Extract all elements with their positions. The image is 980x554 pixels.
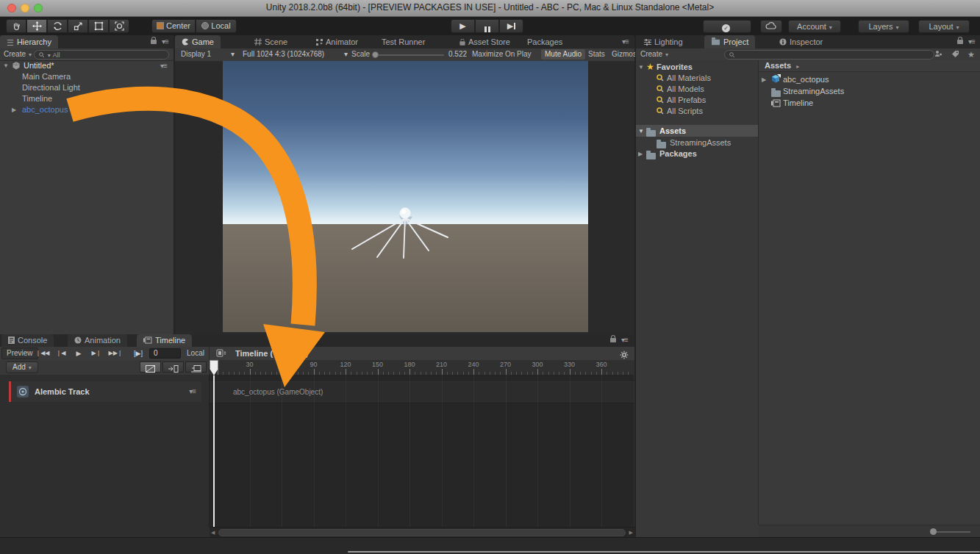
frame-field[interactable]: 0 bbox=[149, 348, 181, 359]
favorites-disclosure-icon[interactable]: ▼ bbox=[638, 62, 644, 73]
hierarchy-item-main-camera[interactable]: Main Camera bbox=[0, 71, 174, 82]
ripple-mode-button[interactable] bbox=[162, 361, 184, 373]
pivot-local-button[interactable]: Local bbox=[196, 19, 237, 33]
tab-inspector[interactable]: Inspector bbox=[773, 35, 829, 48]
scene-menu-icon[interactable]: ▾≡ bbox=[160, 60, 167, 71]
timeline-menu-icon[interactable]: ▾≡ bbox=[621, 336, 628, 344]
collab-dropdown[interactable]: ✓Collab▾ bbox=[703, 20, 751, 33]
tree-streaming-assets-row[interactable]: StreamingAssets bbox=[636, 137, 758, 148]
scale-slider-track[interactable] bbox=[375, 54, 444, 56]
timeline-scrollbar[interactable]: ◀ ▶ bbox=[210, 527, 634, 537]
search-by-type-icon[interactable] bbox=[934, 50, 943, 59]
timeline-play-button[interactable]: ▶ bbox=[71, 347, 87, 360]
preview-toggle-button[interactable]: Preview bbox=[1, 348, 38, 359]
timeline-asset-title[interactable]: Timeline (Timeline) bbox=[235, 347, 308, 360]
tab-animator[interactable]: Animator bbox=[310, 35, 365, 48]
scroll-right-icon[interactable]: ▶ bbox=[629, 530, 633, 536]
account-dropdown[interactable]: Account▾ bbox=[788, 20, 841, 33]
tab-animation[interactable]: Animation bbox=[68, 334, 127, 347]
cloud-button[interactable] bbox=[760, 20, 782, 33]
goto-start-button[interactable]: ❘◀◀ bbox=[34, 347, 51, 360]
tab-project[interactable]: Project bbox=[704, 35, 755, 48]
hand-tool-button[interactable] bbox=[6, 19, 26, 33]
project-lock-icon[interactable] bbox=[957, 37, 963, 46]
alembic-track-lane[interactable]: abc_octopus (GameObject) bbox=[210, 381, 634, 403]
aspect-dropdown[interactable]: Full 1024 4:3 (1024x768) bbox=[243, 50, 324, 59]
tab-asset-store[interactable]: Asset Store bbox=[453, 35, 517, 48]
project-menu-icon[interactable]: ▾≡ bbox=[968, 37, 975, 46]
tab-hierarchy[interactable]: ☰Hierarchy bbox=[0, 35, 58, 48]
mix-mode-button[interactable] bbox=[140, 361, 161, 373]
hierarchy-item-abc-octopus[interactable]: ▶ abc_octopus bbox=[0, 104, 174, 115]
search-by-label-icon[interactable] bbox=[951, 50, 959, 59]
tab-game[interactable]: Game bbox=[175, 35, 221, 48]
transform-tool-button[interactable] bbox=[109, 19, 129, 33]
tree-assets-row-selected[interactable]: ▼ Assets bbox=[636, 125, 758, 137]
pause-button[interactable] bbox=[475, 19, 499, 33]
thumbnail-slider-track[interactable] bbox=[932, 531, 970, 533]
file-abc-octopus[interactable]: ▶ abc_octopus bbox=[759, 73, 980, 85]
display-dropdown[interactable]: Display 1 bbox=[181, 50, 211, 59]
add-track-button[interactable]: Add▾ bbox=[6, 361, 38, 373]
tab-lighting[interactable]: Lighting bbox=[637, 35, 690, 48]
hierarchy-item-directional-light[interactable]: Directional Light bbox=[0, 82, 174, 93]
tab-console[interactable]: Console bbox=[1, 334, 54, 347]
goto-end-button[interactable]: ▶▶❘ bbox=[106, 347, 125, 360]
ref-mode-dropdown[interactable]: Local bbox=[182, 347, 209, 360]
file-timeline[interactable]: Timeline bbox=[759, 97, 980, 109]
replace-mode-button[interactable] bbox=[185, 361, 207, 373]
layers-dropdown[interactable]: Layers▾ bbox=[858, 20, 909, 33]
abc-octopus-disclosure-icon[interactable]: ▶ bbox=[12, 104, 16, 115]
assets-disclosure-icon[interactable]: ▼ bbox=[638, 126, 644, 137]
scale-slider-knob[interactable] bbox=[372, 51, 379, 58]
rect-tool-button[interactable] bbox=[88, 19, 109, 33]
favorite-all-prefabs[interactable]: All Prefabs bbox=[636, 95, 758, 106]
file-disclosure-icon[interactable]: ▶ bbox=[762, 74, 766, 86]
project-search-input[interactable] bbox=[724, 50, 934, 60]
next-frame-button[interactable]: ▶❘ bbox=[88, 347, 104, 360]
scene-row[interactable]: ▼ Untitled* ▾≡ bbox=[0, 60, 174, 71]
timeline-ruler[interactable]: 306090120150180210240270300330360 bbox=[210, 360, 634, 375]
prev-frame-button[interactable]: ❘◀ bbox=[53, 347, 69, 360]
tab-timeline[interactable]: Timeline bbox=[137, 334, 192, 347]
scroll-left-icon[interactable]: ◀ bbox=[211, 530, 215, 536]
play-range-button[interactable]: [▶] bbox=[129, 347, 147, 360]
timeline-lane-area[interactable]: abc_octopus (GameObject) bbox=[210, 375, 634, 527]
project-create-button[interactable]: Create▾ bbox=[640, 50, 668, 59]
mute-audio-button[interactable]: Mute Audio bbox=[541, 49, 585, 60]
thumbnail-slider-knob[interactable] bbox=[930, 528, 937, 535]
track-menu-icon[interactable]: ▾≡ bbox=[189, 387, 196, 395]
timeline-selector-icon[interactable] bbox=[213, 347, 229, 360]
breadcrumb[interactable]: Assets ▸ bbox=[759, 60, 980, 72]
timeline-lock-icon[interactable] bbox=[610, 336, 616, 344]
hierarchy-create-button[interactable]: Create▾ bbox=[4, 50, 32, 59]
step-button[interactable]: ▶ bbox=[499, 19, 523, 33]
maximize-on-play-button[interactable]: Maximize On Play bbox=[472, 50, 532, 59]
packages-disclosure-icon[interactable]: ▶ bbox=[638, 148, 643, 159]
scene-disclosure-icon[interactable]: ▼ bbox=[3, 60, 9, 71]
tree-packages-row[interactable]: ▶ Packages bbox=[636, 148, 758, 159]
tab-packages[interactable]: Packages bbox=[521, 35, 569, 48]
hierarchy-item-timeline[interactable]: Timeline bbox=[0, 93, 174, 104]
play-button[interactable]: ▶ bbox=[451, 19, 475, 33]
move-tool-button[interactable] bbox=[26, 19, 47, 33]
hierarchy-lock-icon[interactable] bbox=[151, 37, 157, 46]
favorite-all-materials[interactable]: All Materials bbox=[636, 73, 758, 84]
layout-dropdown[interactable]: Layout▾ bbox=[918, 20, 970, 33]
hierarchy-search-input[interactable]: ▾ All bbox=[34, 50, 169, 60]
favorites-row[interactable]: ▼ ★ Favorites bbox=[636, 62, 758, 73]
stats-button[interactable]: Stats bbox=[588, 50, 605, 59]
tab-scene[interactable]: Scene bbox=[248, 35, 294, 48]
alembic-track-header[interactable]: Alembic Track ▾≡ bbox=[9, 381, 201, 402]
tab-test-runner[interactable]: Test Runner bbox=[375, 35, 432, 48]
favorite-all-scripts[interactable]: All Scripts bbox=[636, 106, 758, 117]
pivot-center-button[interactable]: Center bbox=[151, 19, 196, 33]
hierarchy-menu-icon[interactable]: ▾≡ bbox=[162, 37, 168, 46]
favorite-all-models[interactable]: All Models bbox=[636, 84, 758, 95]
favorites-filter-icon[interactable]: ★ bbox=[968, 50, 975, 59]
scrollbar-thumb[interactable] bbox=[218, 529, 626, 536]
file-streaming-assets[interactable]: StreamingAssets bbox=[759, 85, 980, 97]
scale-tool-button[interactable] bbox=[68, 19, 88, 33]
game-menu-icon[interactable]: ▾≡ bbox=[622, 37, 629, 46]
rotate-tool-button[interactable] bbox=[47, 19, 68, 33]
